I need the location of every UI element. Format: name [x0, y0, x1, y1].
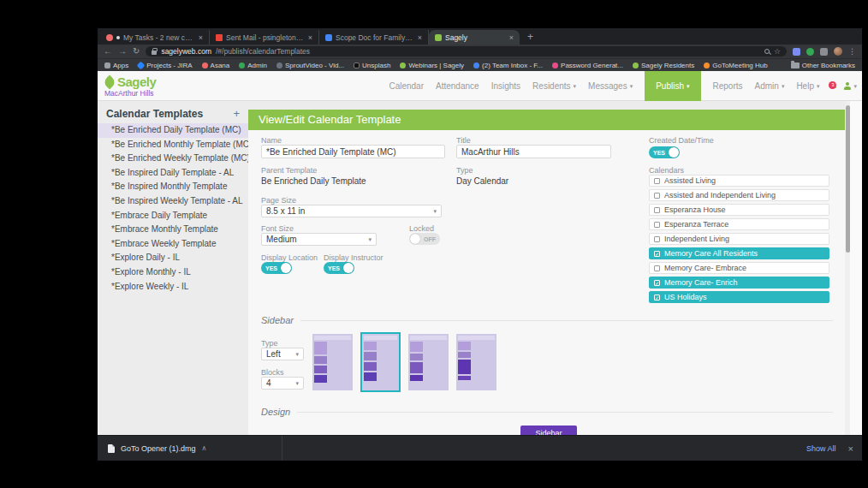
nav-residents[interactable]: Residents▾ — [532, 81, 576, 91]
display-instructor-label: Display Instructor — [324, 253, 383, 262]
search-icon[interactable] — [764, 49, 770, 54]
scrollbar-thumb[interactable] — [846, 105, 850, 253]
calendar-option[interactable]: Assisted and Independent Living — [649, 189, 829, 201]
show-all-downloads-button[interactable]: Show All — [806, 444, 836, 453]
thumbnail-blocks — [410, 342, 423, 381]
folder-icon — [791, 62, 800, 68]
sidebar-button[interactable]: Sidebar — [520, 426, 577, 435]
calendar-option-checked[interactable]: ✓US Holidays — [649, 291, 829, 303]
calendar-option[interactable]: Esperanza Terrace — [649, 218, 829, 230]
close-icon[interactable]: × — [418, 33, 422, 42]
template-item[interactable]: *Embrace Monthly Template — [98, 223, 248, 237]
template-item-selected[interactable]: *Be Enriched Daily Template (MC) — [98, 123, 248, 138]
calendar-option[interactable]: Assisted Living — [649, 175, 829, 187]
bookmark-password-generator[interactable]: Password Generat... — [552, 62, 623, 69]
nav-publish-active[interactable]: Publish▾ — [645, 71, 700, 101]
bookmark-sproutvideo[interactable]: SproutVideo - Vid... — [276, 62, 344, 69]
template-item[interactable]: *Be Inspired Weekly Template - AL — [98, 194, 248, 209]
font-size-select[interactable]: Medium▾ — [261, 233, 377, 246]
layout-thumbnail-3[interactable] — [408, 334, 449, 390]
layout-thumbnail-1[interactable] — [312, 334, 353, 390]
page-size-select[interactable]: 8.5 x 11 in▾ — [261, 205, 442, 217]
address-bar[interactable]: sagelyweb.com /#/publish/calendarTemplat… — [146, 46, 787, 57]
browser-tab-my-tasks[interactable]: My Tasks - 2 new communi... × — [100, 30, 210, 45]
display-instructor-toggle[interactable]: YES — [324, 262, 354, 274]
profile-avatar[interactable] — [834, 47, 842, 56]
extensions-puzzle-icon[interactable] — [820, 48, 828, 56]
forward-button[interactable]: → — [118, 47, 127, 56]
add-template-button[interactable]: + — [233, 107, 240, 120]
template-item[interactable]: *Be Enriched Monthly Template (MC) — [98, 138, 248, 152]
close-icon[interactable]: × — [308, 33, 312, 42]
created-datetime-toggle[interactable]: YES — [649, 146, 680, 158]
calendar-option-checked[interactable]: ✓Memory Care- Enrich — [649, 277, 829, 289]
layout-thumbnail-2-selected[interactable] — [360, 332, 401, 392]
template-item[interactable]: *Explore Weekly - IL — [98, 280, 248, 295]
browser-tab-sent-mail[interactable]: Sent Mail - psingleton@gosag... × — [210, 30, 319, 45]
parent-template-value: Be Enriched Daily Template — [261, 176, 366, 186]
calendar-option-checked[interactable]: ✓Memory Care All Residents — [649, 247, 829, 259]
bookmark-asana[interactable]: Asana — [202, 62, 230, 69]
bookmark-team-inbox[interactable]: (2) Team Inbox - F... — [473, 62, 543, 69]
locked-toggle[interactable]: OFF — [409, 233, 440, 245]
close-downloads-icon[interactable]: × — [848, 443, 853, 454]
nav-reports[interactable]: Reports — [713, 81, 743, 91]
title-input[interactable] — [456, 145, 611, 158]
browser-tab-scope-doc[interactable]: Scope Doc for Family RSVP - ... × — [319, 30, 429, 45]
name-input[interactable] — [261, 145, 445, 158]
back-button[interactable]: ← — [104, 47, 112, 56]
template-item[interactable]: *Explore Daily - IL — [98, 251, 248, 265]
vertical-scrollbar[interactable] — [845, 101, 850, 435]
calendar-option[interactable]: Memory Care- Embrace — [649, 262, 829, 274]
bookmark-sagely-residents[interactable]: Sagely Residents — [633, 62, 694, 69]
calendar-option[interactable]: Esperanza House — [649, 204, 829, 216]
notification-badge: 3 — [829, 81, 836, 89]
app-header: Sagely MacArthur Hills Calendar Attendan… — [98, 71, 862, 101]
nav-messages[interactable]: Messages▾ — [588, 81, 633, 91]
browser-menu-icon[interactable]: ⋮ — [848, 47, 856, 56]
template-item[interactable]: *Embrace Daily Template — [98, 209, 248, 223]
nav-label: Reports — [713, 81, 743, 91]
extension-icon[interactable] — [806, 48, 814, 56]
download-item[interactable]: GoTo Opener (1).dmg ∧ — [98, 436, 282, 461]
nav-insights[interactable]: Insights — [491, 81, 520, 91]
template-item[interactable]: *Explore Monthly - IL — [98, 265, 248, 280]
bookmark-gotomeeting[interactable]: GoToMeeting Hub — [704, 62, 767, 69]
asana-icon — [106, 34, 113, 41]
template-item[interactable]: *Embrace Weekly Template — [98, 237, 248, 252]
nav-admin[interactable]: Admin▾ — [755, 81, 785, 91]
user-menu-button[interactable]: ▾ — [843, 82, 857, 90]
layout-thumbnail-4[interactable] — [456, 334, 496, 390]
caret-down-icon: ▾ — [574, 83, 577, 90]
sidebar-type-select[interactable]: Left▾ — [261, 348, 304, 360]
bookmark-jira[interactable]: Projects - JIRA — [138, 62, 192, 69]
download-menu-icon[interactable]: ∧ — [202, 444, 207, 452]
template-item[interactable]: *Be Enriched Weekly Template (MC) — [98, 152, 248, 166]
inbox-icon — [473, 62, 479, 68]
browser-tab-sagely-active[interactable]: Sagely × — [429, 30, 520, 45]
nav-help[interactable]: Help▾ — [796, 81, 819, 91]
bookmark-webinars[interactable]: Webinars | Sagely — [400, 62, 464, 69]
browser-window: My Tasks - 2 new communi... × Sent Mail … — [98, 28, 862, 461]
calendar-option[interactable]: Independent Living — [649, 233, 829, 245]
reload-button[interactable]: ↻ — [133, 47, 140, 56]
nav-attendance[interactable]: Attendance — [436, 81, 479, 91]
bookmark-apps[interactable]: Apps — [104, 62, 128, 69]
close-icon[interactable]: × — [199, 33, 203, 42]
new-tab-button[interactable]: + — [527, 31, 533, 45]
template-item[interactable]: *Be Inspired Monthly Template — [98, 180, 248, 194]
person-icon — [843, 82, 851, 90]
other-bookmarks-button[interactable]: Other Bookmarks — [791, 62, 855, 69]
template-item[interactable]: *Be Inspired Daily Template - AL — [98, 166, 248, 181]
bookmark-star-icon[interactable]: ☆ — [774, 47, 781, 56]
bookmark-admin[interactable]: Admin — [239, 62, 267, 69]
sagely-logo[interactable]: Sagely — [104, 74, 156, 89]
display-location-toggle[interactable]: YES — [261, 262, 292, 274]
caret-down-icon: ▾ — [433, 208, 437, 215]
nav-calendar[interactable]: Calendar — [389, 81, 424, 91]
nav-label: Insights — [491, 81, 520, 91]
extension-icon[interactable] — [793, 48, 800, 56]
bookmark-unsplash[interactable]: Unsplash — [354, 62, 390, 69]
sidebar-blocks-select[interactable]: 4▾ — [261, 377, 304, 390]
close-icon[interactable]: × — [509, 33, 514, 42]
